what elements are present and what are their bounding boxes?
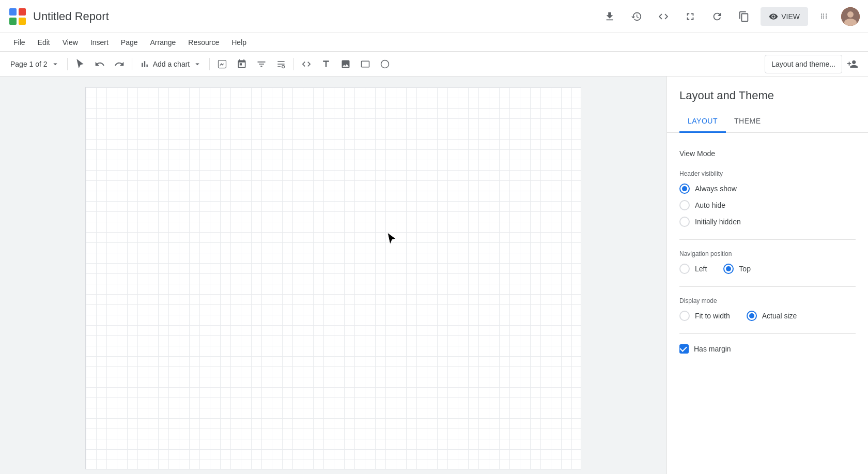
radio-always-show[interactable]: Always show	[679, 184, 856, 194]
cursor-shape	[385, 232, 398, 247]
radio-nav-left[interactable]: Left	[679, 264, 707, 274]
menu-insert[interactable]: Insert	[85, 36, 114, 49]
svg-rect-9	[362, 61, 369, 67]
main-content: Layout and Theme LAYOUT THEME View Mode …	[0, 77, 868, 474]
data-control-icon	[276, 59, 286, 69]
view-button[interactable]: VIEW	[761, 7, 808, 26]
cursor-icon	[75, 59, 85, 69]
report-canvas[interactable]	[85, 87, 581, 469]
panel-content: View Mode Header visibility Always show …	[667, 133, 868, 366]
menu-help[interactable]: Help	[226, 36, 252, 49]
menu-bar: File Edit View Insert Page Arrange Resou…	[0, 33, 868, 52]
page-label: Page 1 of 2	[10, 60, 48, 68]
download-button[interactable]	[599, 6, 620, 27]
apps-icon	[819, 11, 830, 22]
rectangle-button[interactable]	[356, 55, 375, 73]
radio-actual-size-label: Actual size	[762, 312, 797, 320]
canvas-area[interactable]	[0, 77, 667, 474]
redo-icon	[114, 59, 125, 69]
radio-always-show-label: Always show	[695, 185, 737, 193]
text-icon	[321, 59, 331, 69]
divider-1	[679, 239, 856, 240]
panel-title: Layout and Theme	[667, 77, 868, 111]
rectangle-icon	[360, 59, 370, 69]
radio-nav-top-label: Top	[739, 265, 751, 273]
svg-point-8	[282, 65, 285, 68]
has-margin-checkbox	[679, 344, 689, 354]
radio-fit-to-width-label: Fit to width	[695, 312, 730, 320]
circle-button[interactable]	[376, 55, 394, 73]
code-button[interactable]	[653, 6, 674, 27]
date-range-button[interactable]	[233, 55, 251, 73]
text-button[interactable]	[317, 55, 335, 73]
layout-theme-button[interactable]: Layout and theme...	[765, 55, 842, 73]
redo-button[interactable]	[110, 55, 129, 73]
has-margin-row[interactable]: Has margin	[679, 344, 856, 354]
chevron-down-icon	[51, 59, 60, 69]
apps-button[interactable]	[814, 6, 835, 27]
radio-auto-hide-label: Auto hide	[695, 201, 725, 209]
history-icon	[631, 11, 642, 22]
select-tool-button[interactable]	[71, 55, 89, 73]
radio-actual-size[interactable]: Actual size	[747, 311, 797, 321]
radio-initially-hidden-label: Initially hidden	[695, 218, 741, 226]
nav-position-group: Left Top	[679, 264, 856, 274]
embed-button[interactable]	[297, 55, 316, 73]
radio-actual-size-circle	[747, 311, 757, 321]
fullscreen-button[interactable]	[680, 6, 701, 27]
svg-rect-1	[19, 8, 26, 16]
image-icon	[340, 59, 351, 69]
radio-nav-left-circle	[679, 264, 690, 274]
undo-button[interactable]	[90, 55, 109, 73]
filter-button[interactable]	[252, 55, 271, 73]
radio-fit-to-width[interactable]: Fit to width	[679, 311, 730, 321]
add-chart-button[interactable]: Add a chart	[135, 55, 207, 73]
navigation-position-label: Navigation position	[679, 250, 856, 257]
top-bar: Untitled Report VIEW	[0, 0, 868, 33]
menu-page[interactable]: Page	[116, 36, 143, 49]
user-avatar[interactable]	[841, 7, 860, 26]
download-icon	[604, 11, 615, 22]
chart-icon	[140, 59, 150, 69]
copy-button[interactable]	[734, 6, 754, 27]
toolbar: Page 1 of 2 Add a chart	[0, 52, 868, 77]
radio-always-show-circle	[679, 184, 690, 194]
view-label: VIEW	[781, 12, 800, 21]
menu-view[interactable]: View	[57, 36, 83, 49]
add-collaborator-button[interactable]	[843, 55, 862, 73]
code-icon	[658, 11, 669, 22]
tab-layout[interactable]: LAYOUT	[679, 111, 726, 133]
radio-initially-hidden-circle	[679, 217, 690, 227]
radio-initially-hidden[interactable]: Initially hidden	[679, 217, 856, 227]
display-mode-group: Fit to width Actual size	[679, 311, 856, 321]
undo-icon	[95, 59, 105, 69]
calendar-icon	[237, 59, 247, 69]
layout-theme-label: Layout and theme...	[771, 60, 835, 68]
report-title[interactable]: Untitled Report	[33, 10, 109, 23]
scorecard-button[interactable]	[213, 55, 231, 73]
copy-icon	[738, 11, 750, 22]
add-person-icon	[847, 58, 858, 70]
data-control-button[interactable]	[272, 55, 290, 73]
app-logo	[8, 7, 27, 26]
radio-fit-to-width-circle	[679, 311, 690, 321]
radio-nav-top[interactable]: Top	[723, 264, 751, 274]
add-chart-label: Add a chart	[153, 60, 190, 68]
menu-file[interactable]: File	[8, 36, 30, 49]
menu-edit[interactable]: Edit	[33, 36, 55, 49]
scorecard-icon	[217, 59, 227, 69]
menu-arrange[interactable]: Arrange	[145, 36, 181, 49]
menu-resource[interactable]: Resource	[183, 36, 224, 49]
radio-auto-hide[interactable]: Auto hide	[679, 200, 856, 210]
circle-icon	[380, 59, 390, 69]
image-button[interactable]	[336, 55, 355, 73]
radio-nav-top-circle	[723, 264, 734, 274]
toolbar-divider-3	[209, 58, 210, 70]
refresh-button[interactable]	[707, 6, 727, 27]
toolbar-divider-2	[132, 58, 132, 70]
history-button[interactable]	[626, 6, 647, 27]
display-mode-label: Display mode	[679, 297, 856, 304]
page-selector[interactable]: Page 1 of 2	[6, 55, 64, 73]
radio-nav-left-label: Left	[695, 265, 707, 273]
tab-theme[interactable]: THEME	[726, 111, 769, 133]
